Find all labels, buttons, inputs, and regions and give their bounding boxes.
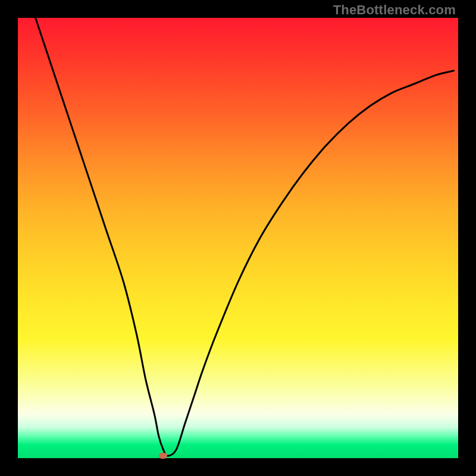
curve-svg [18,18,458,458]
optimal-marker [159,453,167,459]
bottleneck-curve [36,18,454,456]
chart-frame: TheBottleneck.com [0,0,476,476]
watermark-text: TheBottleneck.com [333,2,456,18]
plot-area [18,18,458,458]
